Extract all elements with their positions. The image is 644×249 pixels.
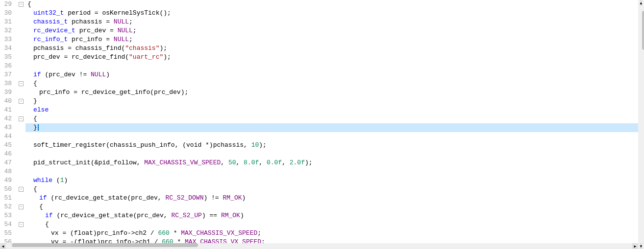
- code-line-40[interactable]: }: [25, 97, 638, 106]
- line-number-55: 55: [2, 229, 14, 238]
- fold-icon-52[interactable]: -: [19, 204, 24, 209]
- fold-icon-50[interactable]: -: [19, 187, 24, 192]
- line-number-36: 36: [2, 62, 14, 70]
- code-line-36[interactable]: [25, 62, 638, 70]
- token-32-3: ;: [133, 27, 137, 34]
- code-line-32[interactable]: rc_device_t prc_dev = NULL;: [25, 26, 638, 35]
- code-line-52[interactable]: {: [25, 203, 638, 211]
- code-line-35[interactable]: prc_dev = rc_device_find("uart_rc");: [25, 53, 638, 62]
- fold-cell-50[interactable]: -: [18, 185, 25, 194]
- token-37-0: if: [33, 71, 41, 78]
- token-51-5: ): [242, 194, 246, 202]
- fold-cell-53: [18, 211, 25, 220]
- token-45-0: soft_timer_register(chassis_push_info, (…: [33, 141, 251, 149]
- code-line-30[interactable]: uint32_t period = osKernelSysTick();: [25, 9, 638, 18]
- code-line-46[interactable]: [25, 150, 638, 158]
- code-line-42[interactable]: {: [25, 114, 638, 123]
- token-47-2: ,: [221, 159, 228, 166]
- scroll-down-arrow[interactable]: ▼: [640, 243, 643, 249]
- token-47-7: 0.0f: [267, 159, 282, 166]
- token-47-5: 8.0f: [244, 159, 259, 166]
- code-line-37[interactable]: if (prc_dev != NULL): [25, 70, 638, 79]
- code-column[interactable]: {uint32_t period = osKernelSysTick();cha…: [25, 0, 638, 243]
- token-55-0: vx = (float)prc_info->ch2 /: [51, 229, 158, 237]
- fold-icon-38[interactable]: -: [19, 81, 24, 86]
- fold-cell-39: [18, 88, 25, 97]
- code-line-51[interactable]: if (rc_device_get_state(prc_dev, RC_S2_D…: [25, 194, 638, 203]
- token-55-2: *: [170, 229, 181, 237]
- token-56-4: ;: [261, 238, 265, 243]
- token-53-5: ): [240, 212, 244, 219]
- fold-cell-29[interactable]: -: [18, 0, 25, 9]
- code-line-34[interactable]: pchassis = chassis_find("chassis");: [25, 44, 638, 53]
- code-line-31[interactable]: chassis_t pchassis = NULL;: [25, 18, 638, 26]
- code-line-50[interactable]: {: [25, 185, 638, 194]
- fold-cell-38[interactable]: -: [18, 79, 25, 88]
- fold-icon-42[interactable]: -: [19, 116, 24, 121]
- token-51-4: RM_OK: [223, 194, 242, 202]
- code-line-53[interactable]: if (rc_device_get_state(prc_dev, RC_S2_U…: [25, 211, 638, 220]
- scrollbar-thumb-horizontal[interactable]: [12, 243, 198, 247]
- fold-cell-42[interactable]: -: [18, 114, 25, 123]
- scroll-right-arrow[interactable]: ▶: [632, 243, 638, 249]
- line-number-38: 38: [2, 79, 14, 88]
- token-34-1: "chassis": [125, 45, 159, 52]
- scrollbar-vertical[interactable]: ▲ ▼: [638, 0, 644, 249]
- token-47-1: MAX_CHASSIS_VW_SPEED: [144, 159, 221, 166]
- code-line-55[interactable]: vx = (float)prc_info->ch2 / 660 * MAX_CH…: [25, 229, 638, 238]
- fold-cell-44: [18, 132, 25, 141]
- fold-cell-52[interactable]: -: [18, 203, 25, 211]
- code-line-49[interactable]: while (1): [25, 176, 638, 185]
- line-number-53: 53: [2, 211, 14, 220]
- token-30-0: uint32_t: [33, 9, 68, 17]
- fold-icon-54[interactable]: -: [19, 222, 24, 227]
- line-number-41: 41: [2, 106, 14, 114]
- fold-cell-36: [18, 62, 25, 70]
- line-number-39: 39: [2, 88, 14, 97]
- code-line-56[interactable]: vy = -(float)prc_info->ch1 / 660 * MAX_C…: [25, 238, 638, 243]
- token-49-1: (: [52, 177, 60, 184]
- token-35-1: "uart_rc": [129, 53, 163, 61]
- fold-cell-40[interactable]: -: [18, 97, 25, 106]
- token-41-0: else: [33, 106, 49, 113]
- line-number-46: 46: [2, 150, 14, 158]
- code-line-44[interactable]: [25, 132, 638, 141]
- token-35-0: prc_dev = rc_device_find(: [33, 53, 129, 61]
- fold-cell-43: [18, 123, 25, 132]
- token-39-0: prc_info = rc_device_get_info(prc_dev);: [39, 89, 188, 96]
- code-line-54[interactable]: {: [25, 220, 638, 229]
- editor: 2930313233343536373839404142434445464748…: [0, 0, 644, 249]
- line-number-44: 44: [2, 132, 14, 141]
- scrollbar-thumb-vertical[interactable]: [642, 11, 644, 50]
- line-number-54: 54: [2, 220, 14, 229]
- code-line-48[interactable]: [25, 167, 638, 176]
- token-31-0: chassis_t: [33, 18, 72, 25]
- token-32-1: prc_dev =: [79, 27, 118, 34]
- scrollbar-horizontal[interactable]: ◀ ▶: [0, 243, 638, 249]
- code-line-47[interactable]: pid_struct_init(&pid_follow, MAX_CHASSIS…: [25, 158, 638, 167]
- code-line-41[interactable]: else: [25, 106, 638, 114]
- token-55-4: ;: [257, 229, 261, 237]
- code-line-29[interactable]: {: [25, 0, 638, 9]
- code-line-45[interactable]: soft_timer_register(chassis_push_info, (…: [25, 141, 638, 150]
- fold-icon-29[interactable]: -: [19, 2, 24, 7]
- code-line-33[interactable]: rc_info_t prc_info = NULL;: [25, 35, 638, 44]
- token-56-0: vy = -(float)prc_info->ch1 /: [51, 238, 162, 243]
- line-number-52: 52: [2, 203, 14, 211]
- code-line-43[interactable]: }: [25, 123, 638, 132]
- code-line-39[interactable]: prc_info = rc_device_get_info(prc_dev);: [25, 88, 638, 97]
- code-line-38[interactable]: {: [25, 79, 638, 88]
- token-53-0: if: [45, 212, 53, 219]
- token-35-2: );: [163, 53, 171, 61]
- scroll-left-arrow[interactable]: ◀: [0, 243, 6, 249]
- line-number-43: 43: [2, 123, 14, 132]
- scroll-up-arrow[interactable]: ▲: [640, 0, 643, 6]
- token-37-2: NULL: [91, 71, 106, 78]
- token-49-0: while: [33, 177, 52, 184]
- token-31-2: NULL: [114, 18, 129, 25]
- token-51-3: ) !=: [203, 194, 223, 202]
- token-56-1: 660: [162, 238, 173, 243]
- token-55-3: MAX_CHASSIS_VX_SPEED: [181, 229, 257, 237]
- fold-cell-54[interactable]: -: [18, 220, 25, 229]
- fold-icon-40[interactable]: -: [19, 99, 24, 104]
